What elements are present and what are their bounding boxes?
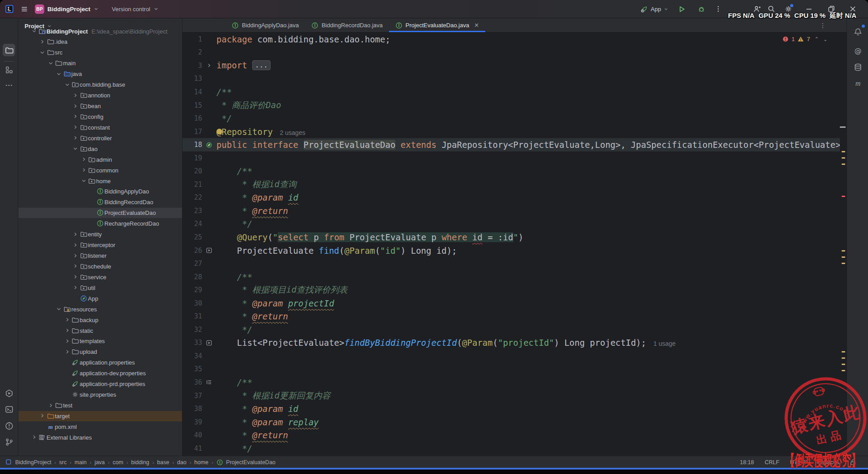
tree-item-biddingapplydao[interactable]: IBiddingApplyDao <box>18 186 182 197</box>
chevron-right-icon[interactable] <box>64 337 71 344</box>
tree-item-biddingrecorddao[interactable]: IBiddingRecordDao <box>18 197 182 207</box>
run-query-icon[interactable] <box>206 340 212 346</box>
tree-item-application-prd-properties[interactable]: application-prd.properties <box>18 379 182 389</box>
breadcrumb-item[interactable]: base <box>157 459 169 466</box>
tree-item-site-properties[interactable]: site.properties <box>18 390 182 400</box>
usages-inlay[interactable]: 1 usage <box>653 340 676 347</box>
chevron-right-icon[interactable] <box>64 348 71 355</box>
tree-item-pom-xml[interactable]: mpom.xml <box>18 422 182 432</box>
chevron-down-icon[interactable] <box>47 59 54 67</box>
tree-item-resources[interactable]: resources <box>18 304 182 315</box>
tree-item-service[interactable]: service <box>18 272 182 282</box>
chevron-right-icon[interactable] <box>72 102 79 109</box>
editor[interactable]: 1 7 ⌃ ⌃ 1package com.bidding.base.dao.ho… <box>182 33 840 456</box>
tree-item-dao[interactable]: dao <box>18 144 182 154</box>
tree-item-home[interactable]: home <box>18 176 182 186</box>
chevron-down-icon[interactable] <box>30 28 38 35</box>
chevron-right-icon[interactable] <box>80 167 87 174</box>
chevron-right-icon[interactable] <box>72 113 79 120</box>
tree-item-application-properties[interactable]: application.properties <box>18 357 182 368</box>
tree-item-com-bidding-base[interactable]: com.bidding.base <box>18 80 182 90</box>
chevron-down-icon[interactable] <box>80 177 87 185</box>
breadcrumb-item[interactable]: ProjectEvaluateDao <box>226 459 275 466</box>
project-widget[interactable]: BP BiddingProject <box>35 4 99 14</box>
next-problem-icon[interactable]: ⌃ <box>823 36 827 42</box>
spring-bean-icon[interactable] <box>206 142 212 148</box>
chevron-right-icon[interactable] <box>72 241 79 248</box>
tree-item-static[interactable]: static <box>18 326 182 336</box>
stripe-mark[interactable] <box>842 364 845 365</box>
status-item-18-18[interactable]: 18:18 <box>740 459 754 466</box>
chevron-right-icon[interactable] <box>39 412 46 419</box>
stripe-maven-tool[interactable]: m <box>851 77 864 89</box>
tree-item-backup[interactable]: backup <box>18 315 182 325</box>
tree-item-java[interactable]: java <box>18 69 182 79</box>
tree-item-main[interactable]: main <box>18 58 182 68</box>
tree-item-upload[interactable]: upload <box>18 347 182 357</box>
close-tab-icon[interactable]: ✕ <box>474 22 479 29</box>
tree-item-app[interactable]: App <box>18 294 182 304</box>
chevron-right-icon[interactable] <box>72 273 79 281</box>
chevron-right-icon[interactable] <box>72 231 79 238</box>
breadcrumb-item[interactable]: main <box>75 459 87 466</box>
breadcrumb-item[interactable]: home <box>195 459 208 466</box>
tree-item-common[interactable]: common <box>18 165 182 176</box>
inspection-widget[interactable]: 1 7 ⌃ ⌃ <box>782 36 827 42</box>
tab-biddingapplydao-java[interactable]: IBiddingApplyDao.java <box>225 18 305 32</box>
tree-item-target[interactable]: target <box>18 411 182 421</box>
chevron-right-icon[interactable] <box>64 327 71 334</box>
main-menu-icon[interactable] <box>20 5 28 13</box>
stripe-mark[interactable] <box>842 370 845 371</box>
breadcrumb-item[interactable]: BiddingProject <box>15 459 51 466</box>
stripe-database-tool[interactable] <box>851 61 864 73</box>
stripe-terminal-tool[interactable] <box>3 403 15 415</box>
tree-item-interceptor[interactable]: interceptor <box>18 240 182 250</box>
chevron-down-icon[interactable] <box>55 70 63 77</box>
breadcrumb[interactable]: BiddingProject›src›main›java›com›bidding… <box>5 459 275 466</box>
tree-item-idea[interactable]: .idea <box>18 37 182 47</box>
chevron-right-icon[interactable] <box>72 92 79 99</box>
tree-item-admin[interactable]: admin <box>18 155 182 165</box>
debug-button[interactable] <box>698 0 705 18</box>
tree-item-templates[interactable]: templates <box>18 336 182 346</box>
tree-item-projectevaluatedao[interactable]: IProjectEvaluateDao <box>18 208 182 218</box>
stripe-mark[interactable] <box>842 263 845 264</box>
tree-item-schedule[interactable]: schedule <box>18 261 182 272</box>
chevron-right-icon[interactable] <box>30 434 38 441</box>
breadcrumb-item[interactable]: java <box>94 459 105 466</box>
tree-item-test[interactable]: test <box>18 400 182 411</box>
chevron-right-icon[interactable] <box>72 124 79 131</box>
usages-inlay[interactable]: 2 usages <box>280 129 305 136</box>
tree-item-external-libraries[interactable]: External Libraries <box>18 432 182 443</box>
chevron-down-icon[interactable] <box>39 49 46 56</box>
chevron-down-icon[interactable] <box>64 81 71 88</box>
stripe-mark[interactable] <box>842 151 845 152</box>
tree-item-annotion[interactable]: annotion <box>18 90 182 101</box>
stripe-mark[interactable] <box>840 126 846 128</box>
stripe-mark[interactable] <box>842 357 845 359</box>
chevron-right-icon[interactable] <box>80 156 87 163</box>
tree-item-constant[interactable]: constant <box>18 122 182 133</box>
tree-item-rechargerecorddao[interactable]: IRechargeRecordDao <box>18 218 182 229</box>
tree-item-biddingproject[interactable]: BiddingProjectE:\idea_space\BiddingProje… <box>18 26 182 37</box>
tree-item-controller[interactable]: controller <box>18 133 182 143</box>
prev-problem-icon[interactable]: ⌃ <box>815 36 819 42</box>
tab-projectevaluatedao-java[interactable]: IProjectEvaluateDao.java✕ <box>389 18 485 32</box>
tree-item-listener[interactable]: listener <box>18 251 182 261</box>
stripe-mark[interactable] <box>842 351 845 352</box>
tree-item-config[interactable]: config <box>18 112 182 122</box>
run-configuration[interactable]: App <box>640 0 669 18</box>
run-query-icon[interactable] <box>206 247 212 254</box>
tree-item-entity[interactable]: entity <box>18 229 182 239</box>
chevron-right-icon[interactable] <box>47 402 54 409</box>
breadcrumb-item[interactable]: dao <box>177 459 186 466</box>
tab-options-icon[interactable]: ⋮ <box>820 22 826 29</box>
stripe-mark[interactable] <box>842 250 845 252</box>
stripe-notifications[interactable] <box>851 25 864 38</box>
stripe-ai-assistant[interactable]: @ <box>851 44 864 57</box>
status-item-crlf[interactable]: CRLF <box>765 459 779 466</box>
run-button[interactable] <box>678 0 686 18</box>
vcs-widget[interactable]: Version control <box>106 6 159 13</box>
tree-item-src[interactable]: src <box>18 47 182 58</box>
stripe-more-tools[interactable] <box>3 79 15 92</box>
